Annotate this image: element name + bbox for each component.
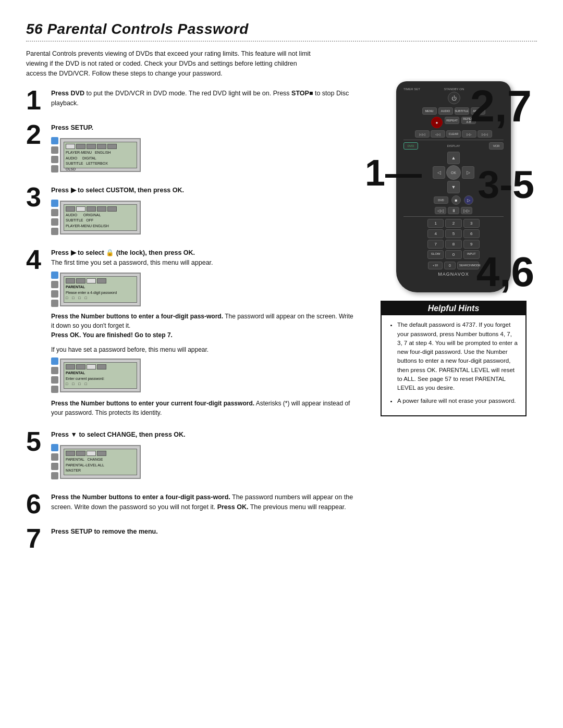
step-4-screen-wrap: PARENTAL Please enter a 4-digit password…: [51, 270, 354, 309]
menu-button[interactable]: MENU: [422, 107, 437, 115]
step-number-6: 6: [26, 490, 46, 517]
step-2-content: Press SETUP.: [51, 121, 354, 176]
btn-10[interactable]: +10: [428, 262, 443, 269]
prev-button[interactable]: ◁◁: [431, 130, 445, 138]
screen-4b-tabs: [66, 364, 135, 369]
tab-3-1: [66, 206, 75, 212]
step-4-screen-inner: PARENTAL Please enter a 4-digit password…: [64, 276, 137, 303]
step-4-side-icons: [51, 272, 58, 307]
stop-button[interactable]: ■: [451, 195, 461, 205]
tab-3-3: [87, 206, 96, 212]
play-button[interactable]: ▷: [464, 195, 473, 205]
tab-1: [66, 144, 75, 149]
skip-prev-button[interactable]: |◁◁: [415, 130, 430, 138]
tab-4-4: [97, 278, 106, 283]
stop-play-row: DVD ■ ▷: [403, 195, 504, 205]
next-button[interactable]: ▷▷: [462, 130, 476, 138]
timer-set-label: TIMER SET: [403, 88, 420, 104]
icon-4b-1: [51, 357, 58, 365]
step-2-text: Press SETUP.: [51, 123, 354, 133]
dpad-left[interactable]: ◁: [433, 166, 445, 179]
screen-content-2: PLAYER-MENU ENGLISH AUDIO DIGITAL SUBTIT…: [66, 150, 135, 172]
intro-paragraph: Parental Controls prevents viewing of DV…: [26, 49, 318, 78]
repeat-ab-button[interactable]: REPEAT A-B: [461, 117, 476, 124]
step-1-text: Press DVD to put the DVD/VCR in DVD mode…: [51, 89, 354, 108]
bottom-row: +10 0 SEARCH/MODE: [403, 262, 504, 269]
step-number-4: 4: [26, 246, 46, 273]
btn-7[interactable]: 7: [427, 240, 444, 249]
dvd2-button[interactable]: DVD: [434, 196, 448, 204]
tab-4b-1: [66, 364, 75, 369]
tab-4-3: [87, 278, 96, 283]
remote-control: TIMER SET STANDBY·ON ⏻ MENU AUDIO SUBTIT…: [396, 81, 511, 292]
btn-1[interactable]: 1: [427, 219, 444, 228]
divider-1: [403, 140, 504, 140]
skip-row: |◁◁ ◁◁ CLEAR ▷▷ ▷▷|: [403, 130, 504, 138]
subtitle-button[interactable]: SUBTITLE: [455, 107, 469, 115]
dpad-down[interactable]: ▼: [447, 181, 460, 193]
btn-3[interactable]: 3: [463, 219, 480, 228]
btn-6[interactable]: 6: [463, 229, 480, 238]
step-5-content: Press ▼ to select CHANGE, then press OK.: [51, 428, 354, 483]
btn-8[interactable]: 8: [445, 240, 461, 249]
clear-button[interactable]: CLEAR: [446, 130, 461, 138]
btn-input[interactable]: INPUT: [463, 250, 480, 259]
step-2-side-icons: [51, 137, 58, 172]
step-6: 6 Press the Number buttons to enter a fo…: [26, 490, 354, 517]
btn-search[interactable]: SEARCH/MODE: [457, 262, 479, 269]
icon-5-4: [51, 472, 58, 479]
step-3-screen: AUDIO ORIGINAL SUBTITLE OFF PLAYER-MENU …: [60, 201, 141, 235]
dpad-up[interactable]: ▲: [447, 152, 460, 164]
ff-button[interactable]: ▷▷: [461, 207, 472, 214]
skip-next-button[interactable]: ▷▷|: [478, 130, 492, 138]
step-number-7: 7: [26, 525, 46, 552]
tab-4b-2: [76, 364, 85, 369]
step-4: 4 Press ▶ to select 🔒 (the lock), then p…: [26, 246, 354, 421]
screen-4-tabs: [66, 278, 135, 283]
audio-button[interactable]: AUDIO: [438, 107, 453, 115]
step-4b-screen-wrap: PARENTAL Enter current password: □ □ □ □: [51, 356, 354, 394]
repeat-button[interactable]: REPEAT: [445, 117, 459, 124]
ok-button[interactable]: OK: [446, 165, 461, 180]
icon-3-2: [51, 209, 58, 216]
rew-button[interactable]: ◁◁: [435, 207, 446, 214]
dvd-button[interactable]: DVD: [403, 142, 418, 150]
screen-5-tabs: [66, 451, 135, 456]
dpad-right[interactable]: ▷: [462, 166, 474, 179]
btn-slow[interactable]: SLOW: [427, 250, 444, 259]
step-3: 3 Press ▶ to select CUSTOM, then press O…: [26, 183, 354, 239]
tab-2: [76, 144, 85, 149]
main-layout: 1 Press DVD to put the DVD/VCR in DVD mo…: [26, 87, 537, 559]
tab-3-2: [76, 206, 85, 212]
step-5-screen-inner: PARENTAL CHANGE PARENTAL-LEVEL ALL MASTE…: [64, 449, 137, 475]
btn-5[interactable]: 5: [445, 229, 461, 238]
btn-4[interactable]: 4: [427, 229, 444, 238]
step-4-text: Press ▶ to select 🔒 (the lock), then pre…: [51, 248, 354, 268]
step-6-content: Press the Number buttons to enter a four…: [51, 490, 354, 515]
icon-4b-2: [51, 367, 58, 374]
btn-2[interactable]: 2: [445, 219, 461, 228]
step-4-secondary: If you have set a password before, this …: [51, 345, 354, 354]
transport-row: ◁◁ ⏸ ▷▷: [403, 207, 504, 214]
tab-3-5: [107, 206, 117, 212]
hint-2: A power failure will not erase your pass…: [397, 397, 518, 405]
record-row: ● REPEAT REPEAT A-B: [403, 117, 504, 128]
btn-00[interactable]: 0: [444, 262, 456, 269]
icon-1: [51, 137, 58, 144]
icon-3-4: [51, 228, 58, 235]
icon-3-3: [51, 218, 58, 226]
step-4b-side-icons: [51, 357, 58, 393]
angle-button[interactable]: ANGLE: [471, 107, 485, 115]
step-3-screen-inner: AUDIO ORIGINAL SUBTITLE OFF PLAYER-MENU …: [64, 204, 137, 231]
icon-4-1: [51, 272, 58, 279]
tab-4b-4: [97, 364, 106, 369]
remote-top-section: TIMER SET STANDBY·ON ⏻: [403, 88, 504, 104]
btn-9[interactable]: 9: [463, 240, 480, 249]
step-7-text: Press SETUP to remove the menu.: [51, 527, 354, 537]
hint-1: The default password is 4737. If you for…: [397, 320, 518, 392]
power-button[interactable]: ⏻: [448, 92, 460, 104]
record-button[interactable]: ●: [431, 117, 443, 128]
btn-0[interactable]: 0: [445, 250, 461, 259]
pause-button[interactable]: ⏸: [448, 207, 459, 214]
vcr-button[interactable]: VCR: [489, 142, 504, 150]
